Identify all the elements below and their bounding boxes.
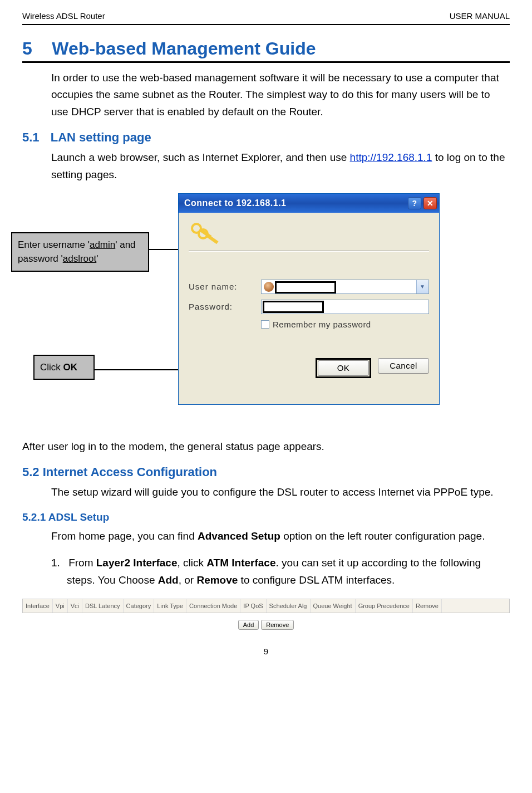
password-input[interactable]: [261, 300, 429, 314]
username-label: User name:: [189, 282, 261, 291]
add-button[interactable]: Add: [238, 620, 259, 630]
ol1-c: , click: [178, 557, 207, 569]
chevron-down-icon[interactable]: ▼: [416, 280, 428, 293]
help-icon[interactable]: ?: [408, 197, 421, 209]
th-group-precedence: Group Precedence: [356, 599, 413, 613]
ok-button-highlight: OK: [316, 358, 371, 378]
dialog-figure: Enter username 'admin' and password 'ads…: [22, 193, 510, 427]
username-row: User name: ▼: [189, 280, 429, 294]
cancel-button[interactable]: Cancel: [378, 358, 429, 374]
heading-5-1: 5.1 LAN setting page: [22, 130, 510, 145]
dialog-title: Connect to 192.168.1.1: [184, 198, 287, 208]
ol-num: 1.: [51, 557, 60, 569]
s52-paragraph: The setup wizard will guide you to confi…: [51, 484, 510, 501]
username-highlight-box: [275, 281, 336, 293]
callout-ok: Click OK: [33, 355, 95, 380]
h1-rule: [22, 61, 510, 63]
password-label: Password:: [189, 302, 261, 311]
th-ip-qos: IP QoS: [240, 599, 266, 613]
callout-password: adslroot: [63, 253, 96, 264]
ol1-e: , or: [179, 574, 197, 586]
s51-text-a: Launch a web browser, such as Internet E…: [51, 151, 350, 163]
th-category: Category: [124, 599, 155, 613]
th-vpi: Vpi: [53, 599, 68, 613]
ordered-list-item-1: 1. From Layer2 Interface, click ATM Inte…: [67, 555, 510, 589]
password-highlight-box: [263, 301, 324, 313]
th-queue-weight: Queue Weight: [311, 599, 356, 613]
h2-title: LAN setting page: [51, 130, 151, 144]
password-row: Password:: [189, 300, 429, 314]
after-login-text: After user log in to the modem, the gene…: [22, 438, 510, 455]
h2-num: 5.1: [22, 130, 40, 144]
th-interface: Interface: [23, 599, 53, 613]
th-vci: Vci: [68, 599, 82, 613]
callout-ok-b: OK: [63, 362, 78, 373]
login-dialog: Connect to 192.168.1.1 ? ✕ User name: ▼: [178, 193, 440, 405]
intro-paragraph: In order to use the web-based management…: [51, 70, 510, 120]
callout-ok-a: Click: [40, 362, 63, 373]
atm-interface-table: Interface Vpi Vci DSL Latency Category L…: [22, 599, 510, 613]
th-connection-mode: Connection Mode: [186, 599, 240, 613]
callout-username: admin: [90, 239, 115, 250]
ol1-b4: Remove: [196, 574, 238, 586]
close-icon[interactable]: ✕: [423, 197, 437, 209]
header-right: USER MANUAL: [450, 11, 510, 21]
user-icon: [264, 282, 274, 292]
h1-num: 5: [22, 38, 32, 58]
th-dsl-latency: DSL Latency: [82, 599, 124, 613]
heading-5-2-1: 5.2.1 ADSL Setup: [22, 511, 510, 523]
header-left: Wireless ADSL Router: [22, 11, 105, 21]
s521-bold: Advanced Setup: [198, 530, 280, 542]
username-input[interactable]: ▼: [261, 280, 429, 294]
h1-title: Web-based Management Guide: [52, 38, 316, 58]
callout-credentials: Enter username 'admin' and password 'ads…: [11, 232, 149, 272]
ol1-f: to configure DSL ATM interfaces.: [238, 574, 395, 586]
s51-paragraph: Launch a web browser, such as Internet E…: [51, 149, 510, 183]
callout-creds-c: ': [96, 253, 98, 264]
ol1-b1: Layer2 Interface: [96, 557, 178, 569]
ol1-a: From: [68, 557, 96, 569]
ol1-b3: Add: [158, 574, 179, 586]
remember-label: Remember my password: [273, 320, 371, 329]
remember-checkbox[interactable]: [261, 320, 269, 329]
heading-5-2: 5.2 Internet Access Configuration: [22, 465, 510, 479]
s521-b: option on the left router configuration …: [280, 530, 485, 542]
titlebar-buttons: ? ✕: [408, 197, 437, 209]
s521-a: From home page, you can find: [51, 530, 198, 542]
ol1-b2: ATM Interface: [206, 557, 275, 569]
heading-1: 5 Web-based Management Guide: [22, 38, 510, 59]
groove-divider: [189, 251, 429, 252]
page-header: Wireless ADSL Router USER MANUAL: [22, 11, 510, 25]
dialog-titlebar: Connect to 192.168.1.1 ? ✕: [179, 194, 439, 213]
th-remove: Remove: [413, 599, 442, 613]
dialog-body: User name: ▼ Password: Remember my passw…: [179, 213, 439, 386]
table-button-row: Add Remove: [22, 620, 510, 630]
th-link-type: Link Type: [154, 599, 186, 613]
dialog-button-row: OK Cancel: [189, 358, 429, 378]
remember-row: Remember my password: [261, 320, 429, 329]
remove-button[interactable]: Remove: [261, 620, 294, 630]
router-url-link[interactable]: http://192.168.1.1: [350, 151, 432, 163]
th-scheduler-alg: Scheduler Alg: [267, 599, 311, 613]
s521-paragraph: From home page, you can find Advanced Se…: [51, 528, 510, 545]
page-number: 9: [22, 647, 510, 656]
keys-icon: [189, 222, 220, 247]
ok-button[interactable]: OK: [318, 360, 369, 376]
callout-creds-a: Enter username ': [18, 239, 90, 250]
